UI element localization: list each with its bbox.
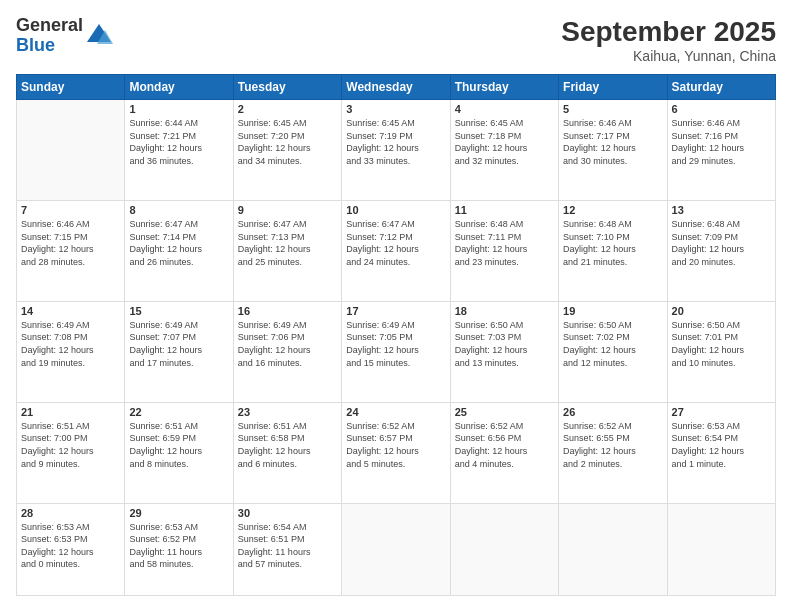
calendar-week-row: 14Sunrise: 6:49 AM Sunset: 7:08 PM Dayli… [17, 301, 776, 402]
calendar-title: September 2025 [561, 16, 776, 48]
logo-icon [85, 22, 113, 50]
table-row: 4Sunrise: 6:45 AM Sunset: 7:18 PM Daylig… [450, 100, 558, 201]
day-info: Sunrise: 6:47 AM Sunset: 7:12 PM Dayligh… [346, 218, 445, 268]
day-info: Sunrise: 6:51 AM Sunset: 6:58 PM Dayligh… [238, 420, 337, 470]
day-info: Sunrise: 6:44 AM Sunset: 7:21 PM Dayligh… [129, 117, 228, 167]
weekday-header-row: Sunday Monday Tuesday Wednesday Thursday… [17, 75, 776, 100]
day-info: Sunrise: 6:48 AM Sunset: 7:09 PM Dayligh… [672, 218, 771, 268]
day-info: Sunrise: 6:47 AM Sunset: 7:14 PM Dayligh… [129, 218, 228, 268]
day-info: Sunrise: 6:45 AM Sunset: 7:18 PM Dayligh… [455, 117, 554, 167]
table-row: 13Sunrise: 6:48 AM Sunset: 7:09 PM Dayli… [667, 200, 775, 301]
header-thursday: Thursday [450, 75, 558, 100]
table-row: 27Sunrise: 6:53 AM Sunset: 6:54 PM Dayli… [667, 402, 775, 503]
logo-text: General Blue [16, 16, 83, 56]
day-info: Sunrise: 6:51 AM Sunset: 7:00 PM Dayligh… [21, 420, 120, 470]
day-number: 2 [238, 103, 337, 115]
table-row: 9Sunrise: 6:47 AM Sunset: 7:13 PM Daylig… [233, 200, 341, 301]
table-row: 29Sunrise: 6:53 AM Sunset: 6:52 PM Dayli… [125, 503, 233, 595]
table-row: 12Sunrise: 6:48 AM Sunset: 7:10 PM Dayli… [559, 200, 667, 301]
day-info: Sunrise: 6:52 AM Sunset: 6:55 PM Dayligh… [563, 420, 662, 470]
day-number: 30 [238, 507, 337, 519]
day-info: Sunrise: 6:53 AM Sunset: 6:53 PM Dayligh… [21, 521, 120, 571]
logo: General Blue [16, 16, 113, 56]
table-row: 5Sunrise: 6:46 AM Sunset: 7:17 PM Daylig… [559, 100, 667, 201]
table-row: 23Sunrise: 6:51 AM Sunset: 6:58 PM Dayli… [233, 402, 341, 503]
day-number: 19 [563, 305, 662, 317]
table-row: 11Sunrise: 6:48 AM Sunset: 7:11 PM Dayli… [450, 200, 558, 301]
day-info: Sunrise: 6:49 AM Sunset: 7:06 PM Dayligh… [238, 319, 337, 369]
day-number: 28 [21, 507, 120, 519]
table-row: 24Sunrise: 6:52 AM Sunset: 6:57 PM Dayli… [342, 402, 450, 503]
day-number: 12 [563, 204, 662, 216]
day-info: Sunrise: 6:50 AM Sunset: 7:01 PM Dayligh… [672, 319, 771, 369]
logo-line1: General [16, 16, 83, 36]
day-number: 6 [672, 103, 771, 115]
day-info: Sunrise: 6:46 AM Sunset: 7:15 PM Dayligh… [21, 218, 120, 268]
day-info: Sunrise: 6:49 AM Sunset: 7:07 PM Dayligh… [129, 319, 228, 369]
day-number: 26 [563, 406, 662, 418]
day-info: Sunrise: 6:54 AM Sunset: 6:51 PM Dayligh… [238, 521, 337, 571]
table-row: 16Sunrise: 6:49 AM Sunset: 7:06 PM Dayli… [233, 301, 341, 402]
day-info: Sunrise: 6:46 AM Sunset: 7:17 PM Dayligh… [563, 117, 662, 167]
calendar-week-row: 7Sunrise: 6:46 AM Sunset: 7:15 PM Daylig… [17, 200, 776, 301]
header-wednesday: Wednesday [342, 75, 450, 100]
day-number: 16 [238, 305, 337, 317]
table-row [17, 100, 125, 201]
table-row [342, 503, 450, 595]
day-number: 21 [21, 406, 120, 418]
day-number: 13 [672, 204, 771, 216]
table-row [667, 503, 775, 595]
day-number: 24 [346, 406, 445, 418]
day-info: Sunrise: 6:45 AM Sunset: 7:19 PM Dayligh… [346, 117, 445, 167]
day-info: Sunrise: 6:45 AM Sunset: 7:20 PM Dayligh… [238, 117, 337, 167]
day-number: 8 [129, 204, 228, 216]
day-number: 9 [238, 204, 337, 216]
calendar-week-row: 28Sunrise: 6:53 AM Sunset: 6:53 PM Dayli… [17, 503, 776, 595]
day-number: 29 [129, 507, 228, 519]
day-info: Sunrise: 6:48 AM Sunset: 7:11 PM Dayligh… [455, 218, 554, 268]
day-number: 22 [129, 406, 228, 418]
day-info: Sunrise: 6:46 AM Sunset: 7:16 PM Dayligh… [672, 117, 771, 167]
day-info: Sunrise: 6:50 AM Sunset: 7:02 PM Dayligh… [563, 319, 662, 369]
header-sunday: Sunday [17, 75, 125, 100]
day-number: 5 [563, 103, 662, 115]
day-number: 17 [346, 305, 445, 317]
day-number: 11 [455, 204, 554, 216]
table-row [559, 503, 667, 595]
day-info: Sunrise: 6:49 AM Sunset: 7:05 PM Dayligh… [346, 319, 445, 369]
page: General Blue September 2025 Kaihua, Yunn… [0, 0, 792, 612]
table-row: 3Sunrise: 6:45 AM Sunset: 7:19 PM Daylig… [342, 100, 450, 201]
day-info: Sunrise: 6:52 AM Sunset: 6:57 PM Dayligh… [346, 420, 445, 470]
table-row: 30Sunrise: 6:54 AM Sunset: 6:51 PM Dayli… [233, 503, 341, 595]
header-tuesday: Tuesday [233, 75, 341, 100]
logo-line2: Blue [16, 36, 83, 56]
day-info: Sunrise: 6:53 AM Sunset: 6:52 PM Dayligh… [129, 521, 228, 571]
table-row: 21Sunrise: 6:51 AM Sunset: 7:00 PM Dayli… [17, 402, 125, 503]
day-number: 4 [455, 103, 554, 115]
table-row [450, 503, 558, 595]
table-row: 7Sunrise: 6:46 AM Sunset: 7:15 PM Daylig… [17, 200, 125, 301]
calendar-week-row: 21Sunrise: 6:51 AM Sunset: 7:00 PM Dayli… [17, 402, 776, 503]
header: General Blue September 2025 Kaihua, Yunn… [16, 16, 776, 64]
table-row: 2Sunrise: 6:45 AM Sunset: 7:20 PM Daylig… [233, 100, 341, 201]
calendar-week-row: 1Sunrise: 6:44 AM Sunset: 7:21 PM Daylig… [17, 100, 776, 201]
day-number: 27 [672, 406, 771, 418]
day-info: Sunrise: 6:48 AM Sunset: 7:10 PM Dayligh… [563, 218, 662, 268]
table-row: 19Sunrise: 6:50 AM Sunset: 7:02 PM Dayli… [559, 301, 667, 402]
table-row: 20Sunrise: 6:50 AM Sunset: 7:01 PM Dayli… [667, 301, 775, 402]
title-block: September 2025 Kaihua, Yunnan, China [561, 16, 776, 64]
calendar-table: Sunday Monday Tuesday Wednesday Thursday… [16, 74, 776, 596]
day-number: 15 [129, 305, 228, 317]
table-row: 17Sunrise: 6:49 AM Sunset: 7:05 PM Dayli… [342, 301, 450, 402]
table-row: 6Sunrise: 6:46 AM Sunset: 7:16 PM Daylig… [667, 100, 775, 201]
day-info: Sunrise: 6:47 AM Sunset: 7:13 PM Dayligh… [238, 218, 337, 268]
day-number: 25 [455, 406, 554, 418]
day-number: 3 [346, 103, 445, 115]
day-number: 23 [238, 406, 337, 418]
table-row: 18Sunrise: 6:50 AM Sunset: 7:03 PM Dayli… [450, 301, 558, 402]
day-number: 7 [21, 204, 120, 216]
table-row: 28Sunrise: 6:53 AM Sunset: 6:53 PM Dayli… [17, 503, 125, 595]
calendar-subtitle: Kaihua, Yunnan, China [561, 48, 776, 64]
day-number: 10 [346, 204, 445, 216]
day-info: Sunrise: 6:49 AM Sunset: 7:08 PM Dayligh… [21, 319, 120, 369]
